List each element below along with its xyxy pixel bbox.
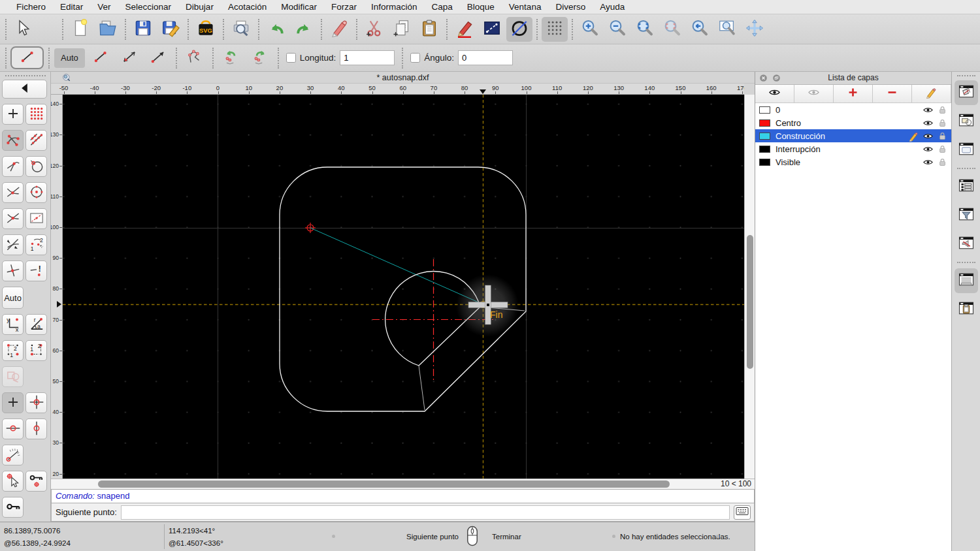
menu-ver[interactable]: Ver: [90, 0, 118, 14]
draw-pen-button[interactable]: [451, 17, 478, 42]
layer-edit-pencil-icon[interactable]: [908, 131, 919, 142]
draw-line-button[interactable]: [479, 17, 505, 42]
delete-button[interactable]: [326, 17, 352, 42]
draw-circle-line-button[interactable]: [506, 17, 532, 42]
vertical-scrollbar-thumb[interactable]: [747, 235, 753, 369]
zoom-redraw-button[interactable]: [687, 17, 713, 42]
layer-visibility-toggle[interactable]: [923, 104, 934, 116]
angle-meter-button[interactable]: [2, 445, 24, 465]
segment-redo-button[interactable]: [247, 48, 273, 69]
layer-row-visible[interactable]: Visible: [755, 155, 951, 168]
print-preview-button[interactable]: [228, 17, 254, 42]
snap-auto-button[interactable]: Auto: [2, 287, 24, 309]
zoom-auto-button[interactable]: [632, 17, 658, 42]
menu-editar[interactable]: Editar: [53, 0, 90, 14]
cut-button[interactable]: [361, 17, 387, 42]
angulo-input[interactable]: 0: [458, 50, 513, 65]
coord-cartesian-button[interactable]: yx: [2, 314, 24, 335]
dock-clipboard-toggle[interactable]: [955, 297, 978, 322]
menu-modificar[interactable]: Modificar: [274, 0, 324, 14]
save-button[interactable]: [130, 17, 156, 42]
detach-panel-button[interactable]: [772, 73, 781, 83]
select-reference-button[interactable]: [2, 471, 24, 492]
snap-center-button[interactable]: [25, 182, 47, 203]
dock-entity-list-toggle[interactable]: [955, 174, 978, 199]
layer-color-swatch[interactable]: [759, 146, 770, 153]
polyline-button[interactable]: [182, 48, 208, 69]
zoom-out-button[interactable]: [604, 17, 630, 42]
pointer-button[interactable]: [10, 17, 36, 42]
copy-button[interactable]: [389, 17, 415, 42]
menu-informacion[interactable]: Información: [364, 0, 425, 14]
toolbar-drag-handle[interactable]: [5, 48, 7, 69]
snap-tangent-button[interactable]: [2, 182, 24, 203]
zoom-previous-button[interactable]: [659, 17, 685, 42]
segment-undo-button[interactable]: [218, 48, 244, 69]
menu-dibujar[interactable]: Dibujar: [178, 0, 221, 14]
undo-button[interactable]: [263, 17, 289, 42]
layer-row-centro[interactable]: Centro: [755, 116, 951, 129]
set-relative-zero-button[interactable]: [2, 497, 24, 518]
snap-on-entity-button[interactable]: [25, 130, 47, 151]
paste-button[interactable]: [416, 17, 442, 42]
open-file-button[interactable]: [95, 17, 121, 42]
toolbar-drag-handle[interactable]: [5, 19, 7, 40]
redo-button[interactable]: [291, 17, 317, 42]
new-file-button[interactable]: [67, 17, 93, 42]
horizontal-scrollbar-thumb[interactable]: [98, 480, 670, 488]
line-angle-button[interactable]: [116, 48, 142, 69]
layer-lock-toggle[interactable]: [937, 144, 948, 155]
menu-seleccionar[interactable]: Seleccionar: [118, 0, 179, 14]
coord-polar-button[interactable]: ra: [25, 314, 47, 335]
dock-library-browser-toggle[interactable]: [955, 138, 978, 163]
snap-grid-button[interactable]: [25, 104, 47, 125]
snap-cross-button[interactable]: [2, 260, 24, 281]
layer-color-swatch[interactable]: [759, 119, 770, 127]
snap-back-button[interactable]: [2, 80, 47, 99]
add-layer-button[interactable]: [834, 85, 873, 102]
menu-acotacion[interactable]: Acotación: [221, 0, 274, 14]
menu-ayuda[interactable]: Ayuda: [593, 0, 632, 14]
rel-sequence-1-button[interactable]: 12: [2, 340, 24, 361]
layer-visibility-toggle[interactable]: [923, 144, 934, 155]
layer-visibility-toggle[interactable]: [923, 157, 934, 168]
dock-command-line-toggle[interactable]: [955, 268, 978, 293]
line-endpoints-button[interactable]: [88, 48, 114, 69]
close-panel-button[interactable]: [759, 73, 768, 83]
restrict-both-button[interactable]: [25, 392, 47, 413]
restrict-vertical-button[interactable]: [25, 418, 47, 439]
snap-intersection-button[interactable]: [2, 156, 24, 177]
command-input[interactable]: [121, 505, 730, 520]
dock-block-list-toggle[interactable]: [955, 109, 978, 134]
layer-lock-toggle[interactable]: [937, 131, 948, 142]
rel-sequence-2-button[interactable]: 12: [25, 340, 47, 361]
dock-layer-list-toggle[interactable]: [955, 80, 978, 105]
menu-forzar[interactable]: Forzar: [324, 0, 364, 14]
layer-color-swatch[interactable]: [759, 159, 770, 166]
menu-ventana[interactable]: Ventana: [502, 0, 549, 14]
dock-messages-toggle[interactable]: [955, 232, 978, 257]
layer-visibility-toggle[interactable]: [923, 118, 934, 129]
layer-row-construccion[interactable]: Construcción: [755, 129, 951, 142]
zoom-window-button[interactable]: [714, 17, 740, 42]
snap-endpoints-button[interactable]: [2, 130, 24, 151]
menu-bloque[interactable]: Bloque: [460, 0, 502, 14]
line-arrow-button[interactable]: [145, 48, 171, 69]
save-as-button[interactable]: [157, 17, 184, 42]
menu-capa[interactable]: Capa: [425, 0, 460, 14]
longitud-checkbox[interactable]: [286, 53, 296, 63]
keyboard-focus-button[interactable]: [734, 505, 751, 520]
horizontal-scrollbar[interactable]: [63, 479, 706, 489]
line-two-points-current-tool[interactable]: [10, 46, 44, 69]
export-svg-button[interactable]: SVG: [193, 17, 219, 42]
restrict-free-button[interactable]: [2, 392, 24, 413]
restrict-orthogonal-button[interactable]: [2, 366, 24, 387]
snap-middle-button[interactable]: [2, 208, 24, 229]
layer-color-swatch[interactable]: [759, 106, 770, 114]
angulo-checkbox[interactable]: [410, 53, 420, 63]
show-only-active-button[interactable]: [794, 85, 834, 102]
vertical-scrollbar[interactable]: [744, 95, 755, 479]
layer-visibility-toggle[interactable]: [923, 131, 934, 142]
panel-drag-handle[interactable]: [5, 75, 46, 76]
restrict-horizontal-button[interactable]: [2, 418, 24, 439]
